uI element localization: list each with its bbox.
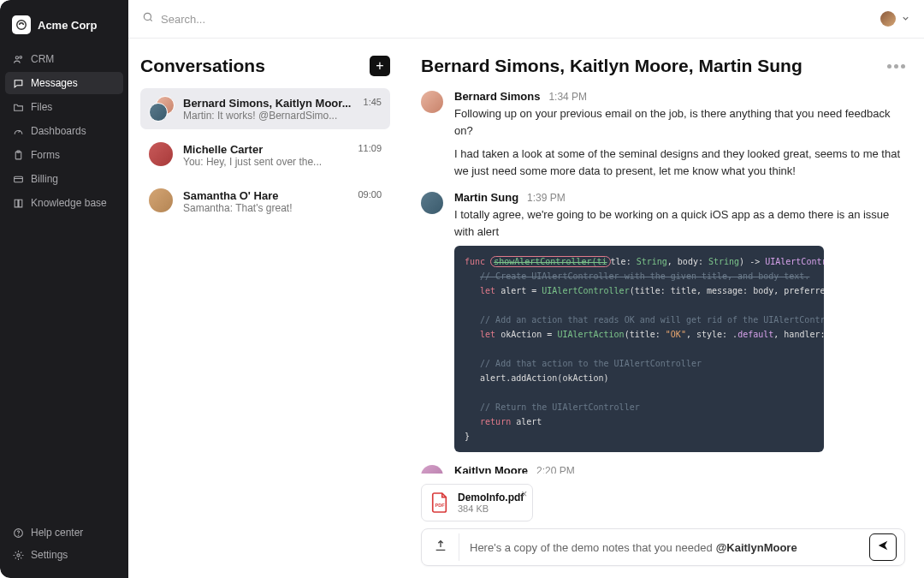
nav-label: Messages (31, 77, 78, 89)
brand: Acme Corp (0, 12, 128, 48)
help-icon (12, 527, 24, 539)
nav-messages[interactable]: Messages (5, 72, 123, 94)
messages: Bernard Simons1:34 PM Following up on yo… (421, 90, 905, 474)
thread-title: Bernard Simons, Kaitlyn Moore, Martin Su… (421, 56, 803, 76)
composer: Here's a copy of the demo notes that you… (421, 528, 905, 566)
sidebar: Acme Corp CRM Messages Files Dashboards … (0, 0, 128, 578)
message: Bernard Simons1:34 PM Following up on yo… (421, 90, 905, 179)
message-author: Bernard Simons (454, 90, 540, 103)
conversation-names: Samantha O' Hare (183, 189, 349, 202)
conversation-item[interactable]: Bernard Simons, Kaitlyn Moor... Martin: … (140, 88, 390, 129)
nav-footer: Help center Settings (0, 521, 128, 578)
attachment-name: DemoInfo.pdf (458, 492, 524, 504)
chat-icon (12, 77, 24, 89)
avatar (149, 103, 168, 122)
send-icon (877, 539, 889, 555)
chevron-down-icon (901, 11, 910, 27)
thread-panel: Bernard Simons, Kaitlyn Moore, Martin Su… (402, 39, 924, 578)
conversation-time: 11:09 (358, 143, 382, 153)
send-button[interactable] (869, 533, 897, 561)
upload-button[interactable] (422, 533, 459, 561)
svg-point-8 (16, 553, 19, 556)
search-input[interactable] (161, 13, 383, 26)
conversations-title: Conversations (140, 56, 265, 76)
attachment-size: 384 KB (458, 504, 524, 514)
pdf-icon: PDF (430, 492, 449, 514)
nav-label: Settings (31, 549, 68, 561)
search[interactable] (142, 11, 880, 27)
nav-label: CRM (31, 53, 54, 65)
gear-icon (12, 549, 24, 561)
thread-menu-button[interactable] (887, 64, 905, 69)
nav-files[interactable]: Files (5, 96, 123, 118)
profile-menu[interactable] (880, 11, 910, 27)
avatar (880, 11, 896, 27)
avatar (421, 465, 443, 474)
nav-billing[interactable]: Billing (5, 168, 123, 190)
main: Conversations + Bernard Simons, Kaitlyn … (128, 0, 924, 578)
topbar (128, 0, 924, 39)
conversation-time: 09:00 (358, 189, 382, 200)
upload-icon (434, 539, 447, 556)
mention: @KaitlynMoore (716, 541, 797, 554)
conversation-item[interactable]: Samantha O' Hare Samantha: That's great!… (140, 181, 390, 222)
attachment-chip: PDF DemoInfo.pdf 384 KB × (421, 484, 533, 521)
message-text: I totally agree, we're going to be worki… (454, 206, 905, 240)
brand-name: Acme Corp (38, 19, 97, 32)
code-snippet: func showAlertController(title: String, … (454, 246, 824, 452)
message: Kaitlyn Moore2:20 PM @MartinSung check t… (421, 464, 905, 474)
message-time: 1:39 PM (527, 192, 566, 204)
message-text: I had taken a look at some of the semina… (454, 146, 905, 179)
nav-dashboards[interactable]: Dashboards (5, 120, 123, 142)
folder-icon (12, 101, 24, 113)
svg-text:PDF: PDF (435, 503, 446, 508)
avatar (421, 91, 443, 113)
composer-input[interactable]: Here's a copy of the demo notes that you… (459, 541, 869, 554)
avatar (149, 142, 175, 168)
nav: CRM Messages Files Dashboards Forms Bill… (0, 48, 128, 521)
card-icon (12, 173, 24, 185)
nav-label: Billing (31, 173, 58, 185)
avatar-group (149, 96, 175, 122)
svg-point-2 (19, 56, 21, 58)
conversation-preview: Samantha: That's great! (183, 202, 349, 214)
new-conversation-button[interactable]: + (370, 56, 390, 76)
conversations-panel: Conversations + Bernard Simons, Kaitlyn … (128, 39, 402, 578)
message-author: Kaitlyn Moore (454, 464, 528, 474)
search-icon (142, 11, 154, 27)
conversation-names: Bernard Simons, Kaitlyn Moor... (183, 97, 355, 110)
svg-rect-5 (14, 176, 22, 182)
gauge-icon (12, 125, 24, 137)
nav-label: Forms (31, 149, 60, 161)
nav-forms[interactable]: Forms (5, 144, 123, 166)
message-time: 2:20 PM (536, 465, 575, 474)
svg-point-9 (144, 13, 151, 20)
composer-area: PDF DemoInfo.pdf 384 KB × Here' (421, 484, 905, 566)
message-author: Martin Sung (454, 191, 518, 204)
conversation-preview: You: Hey, I just sent over the... (183, 156, 349, 168)
conversation-item[interactable]: Michelle Carter You: Hey, I just sent ov… (140, 134, 390, 176)
nav-settings[interactable]: Settings (5, 544, 123, 566)
conversation-time: 1:45 (364, 97, 382, 107)
message-text: Following up on your previous email on t… (454, 105, 905, 139)
users-icon (12, 53, 24, 65)
book-icon (12, 197, 24, 209)
conversation-list: Bernard Simons, Kaitlyn Moor... Martin: … (140, 88, 390, 222)
brand-logo (12, 15, 31, 34)
clipboard-icon (12, 149, 24, 161)
nav-label: Files (31, 101, 52, 113)
nav-label: Dashboards (31, 125, 86, 137)
conversation-preview: Martin: It works! @BernardSimo... (183, 110, 355, 122)
message: Martin Sung1:39 PM I totally agree, we'r… (421, 191, 905, 452)
avatar (149, 188, 175, 214)
svg-point-1 (15, 56, 18, 58)
nav-label: Knowledge base (31, 197, 107, 209)
avatar (421, 192, 443, 214)
nav-help[interactable]: Help center (5, 521, 123, 544)
svg-point-7 (18, 534, 19, 535)
plus-icon: + (376, 58, 383, 74)
attachment-remove-button[interactable]: × (521, 488, 527, 500)
conversation-names: Michelle Carter (183, 143, 349, 156)
nav-knowledge[interactable]: Knowledge base (5, 192, 123, 214)
nav-crm[interactable]: CRM (5, 48, 123, 70)
